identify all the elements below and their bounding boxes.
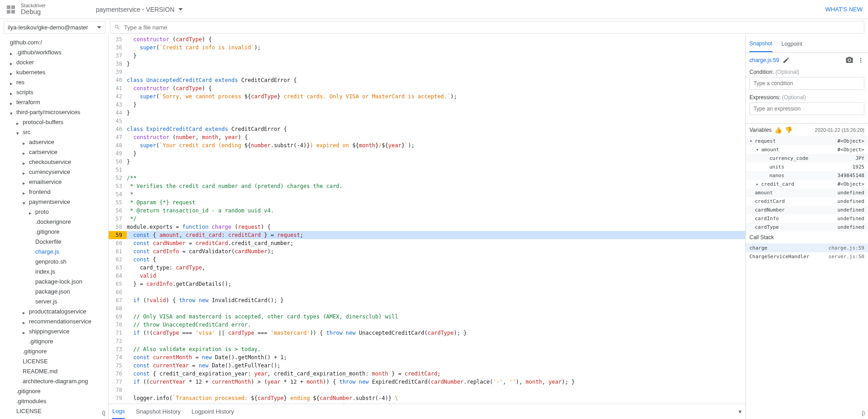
tree-item[interactable]: res	[0, 77, 108, 87]
project-selector[interactable]: paymentservice - VERSION	[96, 6, 183, 13]
code-line[interactable]: 77 if ((currentYear * 12 + currentMonth)…	[109, 378, 745, 386]
code-line[interactable]: 57 */	[109, 215, 745, 223]
tree-item[interactable]: docker	[0, 57, 108, 67]
variable-row[interactable]: ▾amount#<Object>	[746, 145, 868, 154]
code-line[interactable]: 39	[109, 68, 745, 76]
tree-item[interactable]: src	[0, 127, 108, 137]
variable-row[interactable]: ▸credit_card#<Object>	[746, 180, 868, 188]
tree-item[interactable]: frontend	[0, 187, 108, 197]
code-line[interactable]: 68	[109, 304, 745, 313]
file-search-input[interactable]	[124, 24, 860, 31]
code-line[interactable]: 59 const { amount, credit_card: creditCa…	[109, 231, 745, 239]
code-line[interactable]: 43 }	[109, 101, 745, 109]
tree-item[interactable]: index.js	[0, 266, 108, 276]
tree-item[interactable]: cartservice	[0, 147, 108, 157]
code-line[interactable]: 56 * @return transaction_id - a random u…	[109, 207, 745, 215]
file-search-box[interactable]	[110, 21, 864, 34]
variable-row[interactable]: cardTypeundefined	[746, 223, 868, 231]
variable-row[interactable]: nanos349845148	[746, 171, 868, 180]
code-line[interactable]: 62 const {	[109, 255, 745, 264]
tree-item[interactable]: productcatalogservice	[0, 306, 108, 316]
variable-row[interactable]: cardNumberundefined	[746, 206, 868, 214]
code-line[interactable]: 40class UnacceptedCreditCard extends Cre…	[109, 76, 745, 84]
snapshot-location[interactable]: charge.js:59	[749, 57, 779, 63]
more-vert-icon[interactable]	[857, 57, 864, 64]
tree-item[interactable]: currencyservice	[0, 167, 108, 177]
code-line[interactable]: 63 card_type: cardType,	[109, 264, 745, 272]
code-line[interactable]: 44}	[109, 109, 745, 117]
code-line[interactable]: 80 Amount: ${amount.currency_code}${amou…	[109, 402, 745, 404]
tree-item[interactable]: github.com:/	[0, 37, 108, 47]
tree-item[interactable]: package.json	[0, 286, 108, 296]
code-line[interactable]: 69 // Only VISA and mastercard is accept…	[109, 313, 745, 321]
collapse-sidebar-icon[interactable]: ⟨|	[102, 409, 105, 416]
callstack-row[interactable]: chargecharge.js:59	[746, 244, 868, 252]
tree-item[interactable]: .github/workflows	[0, 47, 108, 57]
collapse-panel-icon[interactable]: |⟩	[862, 410, 865, 416]
variable-row[interactable]: creditCardundefined	[746, 197, 868, 206]
expand-panel-icon[interactable]: ▾	[739, 408, 742, 415]
tree-item[interactable]: README.md	[0, 416, 108, 419]
code-line[interactable]: 45	[109, 117, 745, 125]
tab-snapshot-history[interactable]: Snapshot History	[136, 405, 181, 419]
tree-item[interactable]: scripts	[0, 87, 108, 97]
code-line[interactable]: 61 const cardInfo = cardValidator(cardNu…	[109, 247, 745, 255]
code-line[interactable]: 50}	[109, 158, 745, 166]
code-line[interactable]: 41 constructor (cardType) {	[109, 84, 745, 92]
tree-item[interactable]: terraform	[0, 97, 108, 107]
tree-item[interactable]: .gitmodules	[0, 396, 108, 406]
variable-row[interactable]: amountundefined	[746, 188, 868, 197]
tree-item[interactable]: architecture-diagram.png	[0, 376, 108, 386]
tree-item[interactable]: Dockerfile	[0, 236, 108, 246]
tab-snapshot[interactable]: Snapshot	[749, 35, 773, 52]
tree-item[interactable]: server.js	[0, 296, 108, 306]
tree-item[interactable]: charge.js	[0, 246, 108, 256]
tab-logpoint[interactable]: Logpoint	[782, 35, 802, 52]
tab-logs[interactable]: Logs	[112, 404, 125, 419]
code-line[interactable]: 42 super(`Sorry, we cannot process ${car…	[109, 92, 745, 101]
variable-row[interactable]: ▾request#<Object>	[746, 137, 868, 145]
code-line[interactable]: 73 // Also validate expiration is > toda…	[109, 345, 745, 353]
code-line[interactable]: 53 * Verifies the credit card number and…	[109, 182, 745, 190]
code-line[interactable]: 51	[109, 166, 745, 174]
thumbs-up-icon[interactable]: 👍	[774, 126, 782, 134]
code-line[interactable]: 48 super(`Your credit card (ending ${num…	[109, 141, 745, 149]
tree-item[interactable]: README.md	[0, 366, 108, 376]
tree-item[interactable]: LICENSE	[0, 356, 108, 366]
code-line[interactable]: 60 const cardNumber = creditCard.credit_…	[109, 239, 745, 247]
expression-input[interactable]	[749, 102, 864, 115]
condition-input[interactable]	[749, 77, 864, 90]
edit-icon[interactable]	[782, 57, 790, 64]
thumbs-down-icon[interactable]: 👎	[785, 126, 792, 134]
tree-item[interactable]: paymentservice	[0, 197, 108, 207]
code-line[interactable]: 79 logger.info(`Transaction processed: $…	[109, 394, 745, 402]
code-line[interactable]: 74 const currentMonth = new Date().getMo…	[109, 353, 745, 361]
tree-item[interactable]: proto	[0, 207, 108, 217]
camera-icon[interactable]	[845, 56, 854, 64]
tree-item[interactable]: recommendationservice	[0, 316, 108, 326]
tree-item[interactable]: kubernetes	[0, 67, 108, 77]
code-line[interactable]: 38}	[109, 60, 745, 68]
code-line[interactable]: 64 valid	[109, 272, 745, 280]
code-line[interactable]: 52/**	[109, 174, 745, 182]
tree-item[interactable]: .gitignore	[0, 336, 108, 346]
code-line[interactable]: 49 }	[109, 149, 745, 158]
code-line[interactable]: 35 constructor (cardType) {	[109, 35, 745, 43]
code-line[interactable]: 54 *	[109, 190, 745, 198]
code-line[interactable]: 78	[109, 386, 745, 394]
tree-item[interactable]: emailservice	[0, 177, 108, 187]
tree-item[interactable]: .gitignore	[0, 386, 108, 396]
code-line[interactable]: 75 const currentYear = new Date().getFul…	[109, 361, 745, 370]
code-line[interactable]: 67 if (!valid) { throw new InvalidCredit…	[109, 296, 745, 304]
code-line[interactable]: 36 super(`Credit card info is invalid`);	[109, 43, 745, 52]
tree-item[interactable]: protocol-buffers	[0, 117, 108, 127]
code-line[interactable]: 47 constructor (number, month, year) {	[109, 133, 745, 141]
code-line[interactable]: 37 }	[109, 52, 745, 60]
code-line[interactable]: 71 if (!(cardType === 'visa' || cardType…	[109, 329, 745, 337]
code-line[interactable]: 58module.exports = function charge (requ…	[109, 223, 745, 231]
callstack-row[interactable]: ChargeServiceHandlerserver.js:50	[746, 252, 868, 261]
code-line[interactable]: 70 // throw UnacceptedCreditCard error.	[109, 321, 745, 329]
variable-row[interactable]: units1925	[746, 163, 868, 171]
tree-item[interactable]: package-lock.json	[0, 276, 108, 286]
tab-logpoint-history[interactable]: Logpoint History	[191, 405, 234, 419]
